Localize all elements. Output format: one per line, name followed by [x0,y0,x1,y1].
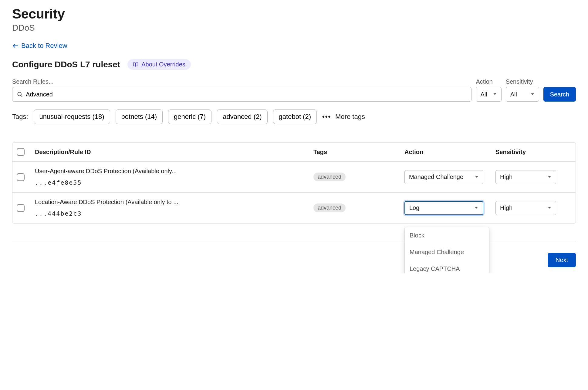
caret-down-icon [493,92,497,96]
rule-description: Location-Aware DDoS Protection (Availabl… [35,199,313,206]
dropdown-option-legacy-captcha[interactable]: Legacy CAPTCHA [405,261,489,274]
col-description: Description/Rule ID [35,149,313,156]
caret-down-icon [530,92,535,96]
more-tags[interactable]: ••• More tags [322,113,365,121]
tag-pill[interactable]: gatebot (2) [273,109,317,124]
sensitivity-select[interactable]: High [495,170,556,184]
svg-marker-3 [493,93,496,95]
tag-pill[interactable]: generic (7) [168,109,211,124]
arrow-left-icon [12,42,19,49]
sensitivity-filter-label: Sensitivity [506,78,539,85]
back-link[interactable]: Back to Review [12,42,67,50]
tag-pill[interactable]: advanced (2) [217,109,267,124]
page-subtitle: DDoS [12,23,576,33]
tag-pill[interactable]: unusual-requests (18) [34,109,110,124]
rules-table: Description/Rule ID Tags Action Sensitiv… [12,142,576,224]
svg-marker-6 [548,176,551,177]
col-sensitivity: Sensitivity [495,149,571,156]
svg-marker-5 [475,176,478,177]
caret-down-icon [547,206,552,210]
ellipsis-icon: ••• [322,113,331,121]
rule-id: ...444be2c3 [35,210,313,217]
dropdown-option-managed-challenge[interactable]: Managed Challenge [405,244,489,261]
table-row: Location-Aware DDoS Protection (Availabl… [12,193,576,223]
dropdown-option-block[interactable]: Block [405,227,489,244]
configure-title: Configure DDoS L7 ruleset [12,60,120,69]
about-overrides-pill[interactable]: About Overrides [127,59,191,70]
caret-down-icon [475,175,479,179]
more-tags-label: More tags [335,113,365,121]
action-select-value: Managed Challenge [409,173,463,180]
sensitivity-filter[interactable]: All [506,87,539,102]
sensitivity-select-value: High [500,173,512,180]
search-button[interactable]: Search [543,87,576,102]
sensitivity-select[interactable]: High [495,201,556,215]
table-row: User-Agent-aware DDoS Protection (Availa… [12,162,576,193]
col-tags: Tags [313,149,404,156]
sensitivity-filter-value: All [510,91,517,98]
row-checkbox[interactable] [17,173,25,181]
select-all-checkbox[interactable] [17,148,25,156]
col-action: Action [404,149,495,156]
search-label: Search Rules... [12,78,471,85]
svg-line-2 [21,95,22,96]
rule-tag-badge: advanced [313,173,346,181]
action-dropdown-menu: Block Managed Challenge Legacy CAPTCHA L… [404,227,489,274]
rule-description: User-Agent-aware DDoS Protection (Availa… [35,168,313,175]
svg-marker-7 [475,207,478,208]
about-overrides-label: About Overrides [141,61,185,68]
svg-marker-4 [531,93,534,95]
next-button[interactable]: Next [548,253,576,267]
action-filter[interactable]: All [476,87,501,102]
caret-down-icon [474,206,478,210]
page-title: Security [12,6,576,22]
action-select[interactable]: Managed Challenge [404,170,483,184]
action-filter-label: Action [476,78,501,85]
search-input[interactable] [26,91,467,98]
action-filter-value: All [480,91,487,98]
caret-down-icon [547,175,552,179]
sensitivity-select-value: High [500,204,512,211]
row-checkbox[interactable] [17,204,25,212]
action-select[interactable]: Log [404,201,483,215]
rule-tag-badge: advanced [313,203,346,212]
action-select-value: Log [409,204,419,211]
search-icon [17,91,23,97]
tag-pill[interactable]: botnets (14) [116,109,163,124]
svg-marker-8 [548,207,551,208]
tags-label: Tags: [12,113,28,121]
rule-id: ...e4fe8e55 [35,179,313,186]
table-header: Description/Rule ID Tags Action Sensitiv… [12,143,576,162]
search-box[interactable] [12,87,471,102]
book-icon [133,62,138,67]
back-link-label: Back to Review [21,42,67,50]
